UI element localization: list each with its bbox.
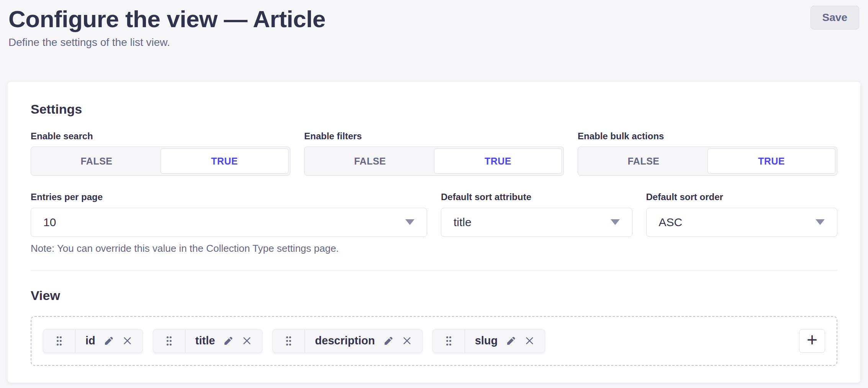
configure-view-card: Settings Enable search FALSE TRUE Enable…: [8, 82, 860, 383]
pill-body: id: [75, 329, 142, 352]
default-sort-attribute-value: title: [454, 216, 472, 229]
save-button[interactable]: Save: [811, 6, 859, 29]
enable-filters-toggle: FALSE TRUE: [304, 147, 564, 176]
field-default-sort-order: Default sort order ASC: [646, 191, 838, 255]
enable-bulk-actions-true-option[interactable]: TRUE: [708, 148, 835, 174]
pill-body: description: [305, 329, 422, 352]
chevron-down-icon: [816, 219, 825, 225]
pill-label: id: [85, 334, 95, 347]
enable-filters-false-option[interactable]: FALSE: [306, 148, 434, 174]
settings-grid: Enable search FALSE TRUE Enable filters …: [31, 130, 837, 255]
field-pill-id[interactable]: id: [43, 329, 143, 353]
section-divider: [31, 270, 837, 271]
field-enable-filters: Enable filters FALSE TRUE: [304, 130, 564, 176]
field-default-sort-attribute: Default sort attribute title: [441, 191, 632, 255]
entries-per-page-value: 10: [43, 216, 56, 229]
drag-handle-icon[interactable]: [433, 329, 465, 352]
field-enable-bulk-actions: Enable bulk actions FALSE TRUE: [578, 130, 837, 176]
page-title-block: Configure the view — Article Define the …: [8, 5, 326, 50]
default-sort-order-label: Default sort order: [646, 191, 838, 203]
entries-per-page-hint: Note: You can override this value in the…: [31, 242, 427, 255]
default-sort-order-value: ASC: [659, 216, 683, 229]
pill-label: slug: [475, 334, 498, 347]
drag-handle-icon[interactable]: [153, 329, 185, 352]
remove-field-button[interactable]: [122, 336, 133, 346]
page-header: Configure the view — Article Define the …: [0, 0, 868, 50]
remove-field-button[interactable]: [402, 336, 412, 346]
chevron-down-icon: [611, 219, 620, 225]
enable-search-false-option[interactable]: FALSE: [33, 148, 160, 174]
pill-body: slug: [465, 329, 545, 352]
enable-filters-true-option[interactable]: TRUE: [434, 148, 562, 174]
pill-label: description: [315, 334, 375, 347]
enable-search-toggle: FALSE TRUE: [31, 147, 290, 176]
enable-bulk-actions-toggle: FALSE TRUE: [578, 147, 837, 176]
settings-heading: Settings: [31, 101, 837, 117]
field-layout-dropzone: id title: [31, 316, 837, 366]
default-sort-attribute-label: Default sort attribute: [441, 191, 632, 203]
plus-icon: +: [807, 331, 817, 349]
enable-search-true-option[interactable]: TRUE: [160, 148, 288, 174]
edit-field-button[interactable]: [383, 335, 394, 347]
drag-handle-icon[interactable]: [273, 329, 305, 352]
field-pill-title[interactable]: title: [153, 329, 263, 353]
edit-field-button[interactable]: [103, 335, 115, 347]
chevron-down-icon: [405, 219, 414, 225]
field-enable-search: Enable search FALSE TRUE: [31, 130, 290, 176]
edit-field-button[interactable]: [223, 335, 234, 347]
enable-bulk-actions-false-option[interactable]: FALSE: [580, 148, 708, 174]
page-subtitle: Define the settings of the list view.: [8, 36, 326, 49]
field-pill-slug[interactable]: slug: [432, 329, 545, 353]
pill-label: title: [195, 334, 215, 347]
enable-filters-label: Enable filters: [304, 130, 564, 142]
page-title: Configure the view — Article: [8, 5, 326, 33]
field-entries-per-page: Entries per page 10 Note: You can overri…: [31, 191, 427, 255]
remove-field-button[interactable]: [242, 336, 252, 346]
entries-per-page-select[interactable]: 10: [31, 208, 427, 237]
drag-handle-icon[interactable]: [43, 329, 75, 352]
view-heading: View: [31, 287, 837, 304]
default-sort-attribute-select[interactable]: title: [441, 208, 632, 237]
enable-search-label: Enable search: [31, 130, 290, 142]
default-sort-order-select[interactable]: ASC: [646, 208, 838, 237]
add-field-button[interactable]: +: [799, 329, 825, 353]
edit-field-button[interactable]: [505, 335, 517, 347]
enable-bulk-actions-label: Enable bulk actions: [578, 130, 837, 142]
entries-per-page-label: Entries per page: [31, 191, 427, 203]
pill-body: title: [185, 329, 262, 352]
remove-field-button[interactable]: [524, 336, 535, 346]
field-pill-description[interactable]: description: [272, 329, 422, 353]
